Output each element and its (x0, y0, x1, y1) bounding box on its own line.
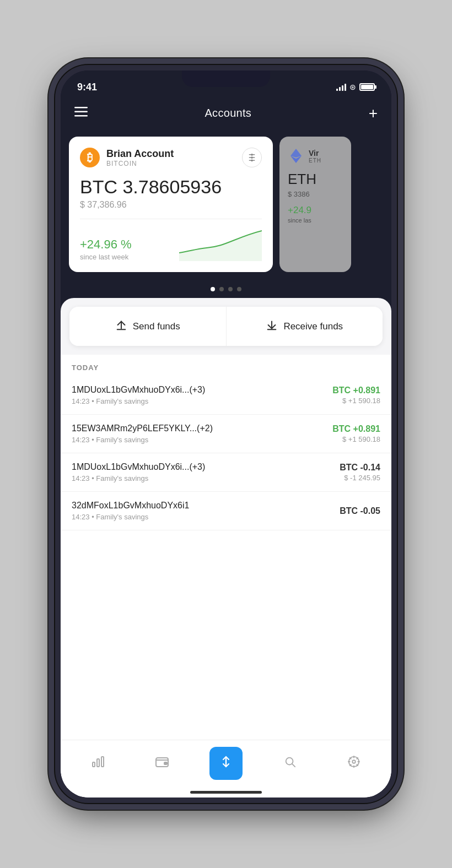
tx-left-1: 15EW3AMRm2yP6LEF5YKLY...(+2) 14:23 • Fam… (72, 424, 332, 444)
eth-change-label: since las (288, 217, 343, 224)
transactions-section: TODAY 1MDUoxL1bGvMxhuoDYx6i...(+3) 14:23… (61, 355, 391, 740)
send-funds-button[interactable]: Send funds (69, 307, 227, 346)
eth-icon (288, 148, 304, 164)
transaction-item-3[interactable]: 32dMFoxL1bGvMxhuoDYx6i1 14:23 • Family's… (61, 492, 391, 530)
wifi-icon: ⊛ (349, 83, 356, 91)
card-account-type: BITCOIN (106, 160, 174, 167)
tx-right-1: BTC +0.891 $ +1 590.18 (332, 424, 380, 443)
tx-amount-usd-0: $ +1 590.18 (332, 397, 380, 405)
tx-address-2: 1MDUoxL1bGvMxhuoDYx6i...(+3) (72, 462, 340, 472)
card-account-info: ₿ Brian Account BITCOIN (80, 148, 174, 167)
tx-meta-0: 14:23 • Family's savings (72, 397, 332, 405)
btc-chart (179, 228, 262, 261)
svg-rect-2 (74, 115, 88, 117)
tx-right-3: BTC -0.05 (340, 506, 380, 516)
tx-address-0: 1MDUoxL1bGvMxhuoDYx6i...(+3) (72, 385, 332, 395)
eth-balance: ETH (288, 171, 343, 188)
card-account-details: Brian Account BITCOIN (106, 148, 174, 167)
svg-line-23 (292, 764, 295, 767)
receive-funds-label: Receive funds (283, 321, 343, 332)
eth-account-name: Vir (309, 149, 321, 158)
card-divider (80, 219, 262, 219)
eth-account-card[interactable]: Vir ETH ETH $ 3386 +24.9 since las (279, 137, 351, 272)
card-change-pct: +24.96 % (80, 237, 132, 252)
card-account-name: Brian Account (106, 148, 174, 160)
dot-1[interactable] (211, 287, 215, 291)
receive-funds-button[interactable]: Receive funds (227, 307, 383, 346)
tx-meta-1: 14:23 • Family's savings (72, 436, 332, 444)
eth-account-details: Vir ETH (309, 149, 321, 164)
btc-balance: BTC 3.78605936 (80, 176, 262, 198)
card-change-info: +24.96 % since last week (80, 237, 132, 261)
svg-rect-16 (97, 759, 99, 767)
eth-usd-balance: $ 3386 (288, 190, 343, 198)
btc-icon: ₿ (80, 148, 100, 167)
status-icons: ⊛ (336, 83, 375, 91)
menu-icon[interactable] (74, 107, 88, 120)
tx-meta-2: 14:23 • Family's savings (72, 474, 340, 482)
tx-amount-usd-1: $ +1 590.18 (332, 435, 380, 443)
nav-transfer[interactable] (209, 747, 243, 780)
svg-marker-9 (290, 149, 302, 158)
dot-3[interactable] (228, 287, 233, 291)
tx-right-2: BTC -0.14 $ -1 245.95 (340, 463, 380, 482)
signal-icon (336, 83, 346, 91)
nav-wallet[interactable] (146, 747, 179, 780)
cards-scroll: ₿ Brian Account BITCOIN (69, 137, 391, 272)
nav-search[interactable] (273, 747, 306, 780)
card-header: ₿ Brian Account BITCOIN (80, 148, 262, 167)
nav-chart[interactable] (82, 747, 115, 780)
eth-account-type: ETH (309, 158, 321, 164)
notch (182, 70, 270, 87)
tx-left-0: 1MDUoxL1bGvMxhuoDYx6i...(+3) 14:23 • Fam… (72, 385, 332, 405)
settings-icon (348, 756, 360, 771)
btc-account-card[interactable]: ₿ Brian Account BITCOIN (69, 137, 273, 272)
header-title: Accounts (205, 107, 251, 120)
eth-change-pct: +24.9 (288, 205, 343, 216)
eth-header: Vir ETH (288, 148, 343, 164)
card-settings-button[interactable] (242, 148, 262, 167)
nav-settings[interactable] (337, 747, 370, 780)
tx-amount-btc-3: BTC -0.05 (340, 506, 380, 516)
cards-container: ₿ Brian Account BITCOIN (61, 128, 391, 280)
wallet-icon (155, 756, 169, 771)
tx-left-3: 32dMFoxL1bGvMxhuoDYx6i1 14:23 • Family's… (72, 501, 340, 521)
svg-rect-19 (164, 762, 167, 764)
transactions-list: 1MDUoxL1bGvMxhuoDYx6i...(+3) 14:23 • Fam… (61, 376, 391, 530)
svg-rect-0 (74, 107, 88, 109)
status-time: 9:41 (77, 82, 97, 93)
action-buttons: Send funds Receive funds (69, 307, 383, 346)
phone-frame: 9:41 ⊛ (55, 65, 397, 803)
screen: 9:41 ⊛ (61, 70, 391, 798)
battery-icon (359, 83, 375, 91)
send-icon (115, 319, 127, 334)
card-change-label: since last week (80, 253, 132, 261)
send-funds-label: Send funds (133, 321, 180, 332)
bottom-nav (61, 740, 391, 786)
add-account-button[interactable]: + (369, 105, 378, 122)
tx-amount-usd-2: $ -1 245.95 (340, 474, 380, 482)
transaction-item-0[interactable]: 1MDUoxL1bGvMxhuoDYx6i...(+3) 14:23 • Fam… (61, 376, 391, 415)
card-footer: +24.96 % since last week (80, 228, 262, 261)
svg-point-24 (352, 760, 356, 763)
tx-meta-3: 14:23 • Family's savings (72, 513, 340, 521)
tx-address-1: 15EW3AMRm2yP6LEF5YKLY...(+2) (72, 424, 332, 433)
transaction-item-1[interactable]: 15EW3AMRm2yP6LEF5YKLY...(+2) 14:23 • Fam… (61, 415, 391, 453)
tx-amount-btc-0: BTC +0.891 (332, 386, 380, 395)
dot-4[interactable] (237, 287, 241, 291)
tx-left-2: 1MDUoxL1bGvMxhuoDYx6i...(+3) 14:23 • Fam… (72, 462, 340, 482)
dot-2[interactable] (219, 287, 224, 291)
header: Accounts + (61, 98, 391, 128)
transaction-item-2[interactable]: 1MDUoxL1bGvMxhuoDYx6i...(+3) 14:23 • Fam… (61, 453, 391, 492)
today-label: TODAY (61, 355, 391, 376)
main-content: Send funds Receive funds TODAY (61, 298, 391, 798)
tx-amount-btc-1: BTC +0.891 (332, 424, 380, 434)
home-indicator-bar (190, 791, 262, 794)
svg-rect-15 (93, 762, 95, 767)
home-indicator (61, 786, 391, 798)
chart-icon (92, 756, 105, 771)
tx-right-0: BTC +0.891 $ +1 590.18 (332, 386, 380, 405)
search-icon (284, 756, 296, 771)
receive-icon (266, 319, 278, 334)
svg-rect-1 (74, 111, 88, 113)
